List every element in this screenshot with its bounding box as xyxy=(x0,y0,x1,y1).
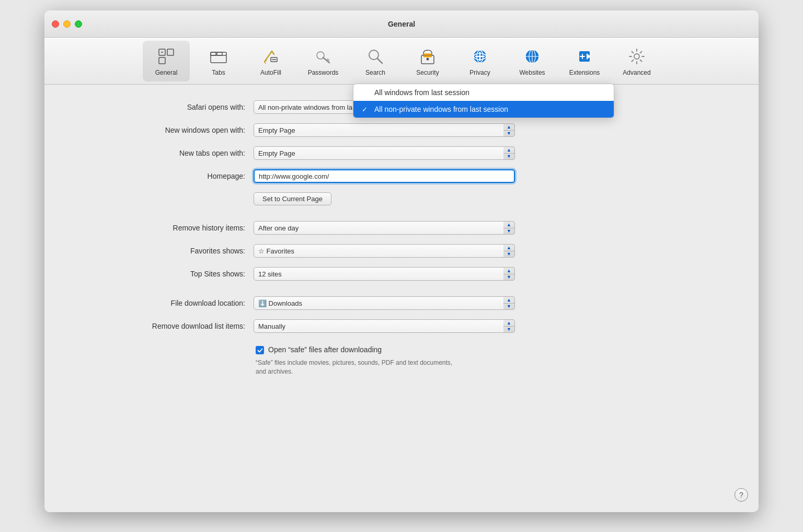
content-area: Safari opens with: All non-private windo… xyxy=(44,85,759,392)
svg-point-23 xyxy=(427,57,429,60)
dropdown-option-2[interactable]: ✓ All non-private windows from last sess… xyxy=(353,101,614,118)
new-tabs-select-wrapper: Empty Page ▲ ▼ xyxy=(254,146,515,160)
passwords-icon xyxy=(313,46,334,67)
stepper-up-4[interactable]: ▲ xyxy=(503,222,514,228)
safari-opens-label: Safari opens with: xyxy=(76,103,254,111)
new-windows-stepper[interactable]: ▲ ▼ xyxy=(503,123,515,137)
privacy-icon xyxy=(469,46,490,67)
stepper-down-8[interactable]: ▼ xyxy=(503,327,514,333)
stepper-up-8[interactable]: ▲ xyxy=(503,320,514,327)
websites-icon xyxy=(522,46,543,67)
toolbar-item-search[interactable]: Search xyxy=(352,41,399,82)
remove-download-select[interactable]: Manually xyxy=(254,319,515,333)
stepper-down-7[interactable]: ▼ xyxy=(503,304,514,310)
close-button[interactable] xyxy=(52,20,59,28)
toolbar-item-extensions[interactable]: Extensions xyxy=(561,41,608,82)
new-tabs-control: Empty Page ▲ ▼ xyxy=(254,146,515,160)
dropdown-option-2-label: All non-private windows from last sessio… xyxy=(374,105,508,113)
remove-history-label: Remove history items: xyxy=(76,224,254,232)
open-safe-files-checkbox[interactable] xyxy=(256,346,264,354)
toolbar-item-advanced[interactable]: Advanced xyxy=(613,41,660,82)
remove-download-row: Remove download list items: Manually ▲ ▼ xyxy=(76,319,727,333)
new-tabs-stepper[interactable]: ▲ ▼ xyxy=(503,146,515,160)
advanced-icon xyxy=(626,46,647,67)
websites-label: Websites xyxy=(519,69,545,76)
homepage-input[interactable] xyxy=(254,169,515,183)
search-label: Search xyxy=(365,69,385,76)
preferences-window: General General xyxy=(44,10,759,512)
stepper-up-3[interactable]: ▲ xyxy=(503,147,514,154)
traffic-lights xyxy=(52,20,82,28)
svg-line-17 xyxy=(328,60,329,61)
new-windows-select-wrapper: Empty Page ▲ ▼ xyxy=(254,123,515,137)
remove-history-select[interactable]: After one day xyxy=(254,221,515,235)
stepper-up-2[interactable]: ▲ xyxy=(503,124,514,131)
toolbar-item-tabs[interactable]: Tabs xyxy=(195,41,242,82)
file-download-label: File download location: xyxy=(76,299,254,307)
stepper-down-4[interactable]: ▼ xyxy=(503,228,514,235)
svg-point-36 xyxy=(634,54,639,59)
maximize-button[interactable] xyxy=(75,20,82,28)
set-current-page-button[interactable]: Set to Current Page xyxy=(254,192,331,205)
top-sites-select[interactable]: 12 sites xyxy=(254,267,515,281)
stepper-up-6[interactable]: ▲ xyxy=(503,268,514,274)
stepper-up-7[interactable]: ▲ xyxy=(503,297,514,304)
general-label: General xyxy=(155,69,178,76)
autofill-icon xyxy=(260,46,281,67)
set-current-btn-wrap: Set to Current Page xyxy=(254,192,515,205)
file-download-row: File download location: ⬇️ Downloads ▲ ▼ xyxy=(76,296,727,310)
top-sites-label: Top Sites shows: xyxy=(76,270,254,278)
favorites-row: Favorites shows: ☆ Favorites ▲ ▼ xyxy=(76,244,727,258)
checkmark-2: ✓ xyxy=(362,106,370,113)
remove-download-stepper[interactable]: ▲ ▼ xyxy=(503,319,515,333)
svg-line-19 xyxy=(377,59,382,63)
toolbar: General Tabs xyxy=(44,38,759,85)
security-icon xyxy=(417,46,438,67)
minimize-button[interactable] xyxy=(63,20,71,28)
file-download-stepper[interactable]: ▲ ▼ xyxy=(503,296,515,310)
window-title: General xyxy=(388,20,415,28)
stepper-down-6[interactable]: ▼ xyxy=(503,274,514,281)
favorites-select[interactable]: ☆ Favorites xyxy=(254,244,515,258)
remove-history-select-wrapper: After one day ▲ ▼ xyxy=(254,221,515,235)
dropdown-option-1[interactable]: All windows from last session xyxy=(353,84,614,101)
toolbar-item-privacy[interactable]: Privacy xyxy=(456,41,503,82)
open-safe-files-label: Open “safe” files after downloading xyxy=(268,345,382,354)
toolbar-item-security[interactable]: Security xyxy=(404,41,451,82)
new-windows-label: New windows open with: xyxy=(76,126,254,134)
extensions-label: Extensions xyxy=(569,69,600,76)
file-download-select[interactable]: ⬇️ Downloads xyxy=(254,296,515,310)
toolbar-item-websites[interactable]: Websites xyxy=(509,41,556,82)
homepage-label: Homepage: xyxy=(76,172,254,180)
toolbar-item-general[interactable]: General xyxy=(143,41,190,82)
remove-download-select-wrapper: Manually ▲ ▼ xyxy=(254,319,515,333)
security-label: Security xyxy=(416,69,439,76)
stepper-up-5[interactable]: ▲ xyxy=(503,245,514,251)
extensions-icon xyxy=(574,46,595,67)
top-sites-stepper[interactable]: ▲ ▼ xyxy=(503,267,515,281)
open-safe-files-row: Open “safe” files after downloading xyxy=(256,345,727,354)
toolbar-item-passwords[interactable]: Passwords xyxy=(300,41,347,82)
remove-history-control: After one day ▲ ▼ xyxy=(254,221,515,235)
new-tabs-row: New tabs open with: Empty Page ▲ ▼ xyxy=(76,146,727,160)
new-windows-row: New windows open with: Empty Page ▲ ▼ xyxy=(76,123,727,137)
stepper-down-5[interactable]: ▼ xyxy=(503,251,514,258)
remove-history-row: Remove history items: After one day ▲ ▼ xyxy=(76,221,727,235)
remove-history-stepper[interactable]: ▲ ▼ xyxy=(503,221,515,235)
search-icon xyxy=(365,46,386,67)
svg-line-9 xyxy=(272,51,274,54)
help-button[interactable]: ? xyxy=(735,488,748,502)
top-sites-control: 12 sites ▲ ▼ xyxy=(254,267,515,281)
stepper-down-3[interactable]: ▼ xyxy=(503,154,514,160)
stepper-down-2[interactable]: ▼ xyxy=(503,131,514,137)
homepage-row: Homepage: xyxy=(76,169,727,183)
toolbar-item-autofill[interactable]: AutoFill xyxy=(247,41,294,82)
checkmark-1 xyxy=(362,89,370,97)
favorites-control: ☆ Favorites ▲ ▼ xyxy=(254,244,515,258)
safari-opens-dropdown[interactable]: All windows from last session ✓ All non-… xyxy=(353,84,614,118)
new-windows-select[interactable]: Empty Page xyxy=(254,123,515,137)
favorites-label: Favorites shows: xyxy=(76,247,254,255)
favorites-stepper[interactable]: ▲ ▼ xyxy=(503,244,515,258)
new-tabs-select[interactable]: Empty Page xyxy=(254,146,515,160)
privacy-label: Privacy xyxy=(469,69,490,76)
